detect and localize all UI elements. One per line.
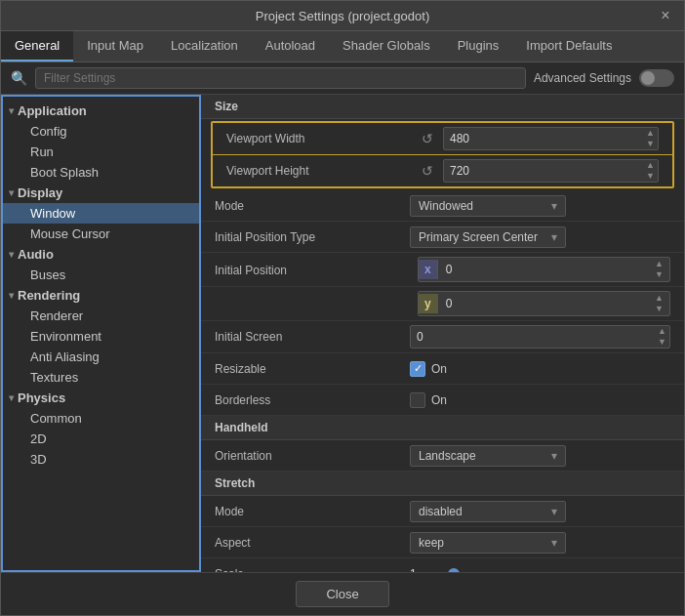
initial-position-text-label: Initial Position xyxy=(215,264,287,277)
viewport-height-input[interactable] xyxy=(444,161,643,181)
scale-row: Scale 1 xyxy=(201,558,684,572)
sidebar-item-audio[interactable]: ▾ Audio xyxy=(3,244,199,265)
sidebar-label-environment: Environment xyxy=(30,329,101,344)
stretch-mode-value-container: disabled ▾ xyxy=(410,501,670,522)
tab-plugins[interactable]: Plugins xyxy=(444,31,513,62)
stretch-mode-dropdown[interactable]: disabled ▾ xyxy=(410,501,566,522)
tab-shader-globals[interactable]: Shader Globals xyxy=(329,31,444,62)
initial-position-type-label: Initial Position Type xyxy=(215,230,410,244)
y-down-arrow[interactable]: ▼ xyxy=(652,304,666,314)
tab-localization[interactable]: Localization xyxy=(157,31,252,62)
viewport-width-value-container: ↺ ▲ ▼ xyxy=(422,127,659,150)
stretch-section-header: Stretch xyxy=(201,472,684,496)
sidebar-item-common[interactable]: Common xyxy=(3,408,199,429)
initial-screen-up[interactable]: ▲ xyxy=(655,326,669,337)
sidebar-item-environment[interactable]: Environment xyxy=(3,326,199,347)
sidebar-item-physics[interactable]: ▾ Physics xyxy=(3,388,199,408)
x-up-arrow[interactable]: ▲ xyxy=(652,259,666,269)
initial-position-type-value-container: Primary Screen Center ▾ xyxy=(410,226,670,248)
viewport-width-reset-icon[interactable]: ↺ xyxy=(422,131,433,146)
scale-slider[interactable] xyxy=(430,572,670,573)
borderless-row: Borderless On xyxy=(201,385,684,416)
viewport-height-spin-arrows: ▲ ▼ xyxy=(643,160,658,182)
check-icon: ✓ xyxy=(414,362,423,375)
tab-input-map[interactable]: Input Map xyxy=(73,31,157,62)
scale-slider-thumb[interactable] xyxy=(448,568,460,573)
sidebar-item-window[interactable]: Window xyxy=(3,203,199,224)
initial-screen-spin-arrows: ▲ ▼ xyxy=(655,326,669,348)
mode-label: Mode xyxy=(215,199,410,213)
sidebar-label-display: Display xyxy=(18,185,62,200)
resizable-value-container: ✓ On xyxy=(410,361,670,377)
sidebar-item-textures[interactable]: Textures xyxy=(3,367,199,388)
initial-position-x-input[interactable] xyxy=(438,260,649,279)
viewport-width-up-arrow[interactable]: ▲ xyxy=(643,128,658,139)
viewport-height-up-arrow[interactable]: ▲ xyxy=(643,160,658,171)
y-up-arrow[interactable]: ▲ xyxy=(652,293,666,304)
viewport-height-value-container: ↺ ▲ ▼ xyxy=(422,159,659,183)
arrow-display: ▾ xyxy=(9,187,14,198)
initial-position-y-input[interactable] xyxy=(438,294,649,313)
mode-dropdown[interactable]: Windowed ▾ xyxy=(410,195,566,217)
dialog-footer: Close xyxy=(1,572,684,615)
y-label: y xyxy=(419,294,438,313)
sidebar-item-renderer[interactable]: Renderer xyxy=(3,306,199,326)
initial-screen-value-container: ▲ ▼ xyxy=(410,325,670,349)
sidebar-item-boot-splash[interactable]: Boot Splash xyxy=(3,162,199,183)
viewport-width-spin-container: ▲ ▼ xyxy=(443,127,659,150)
advanced-settings-toggle[interactable] xyxy=(639,69,674,87)
sidebar-label-physics: Physics xyxy=(18,390,65,405)
sidebar-item-config[interactable]: Config xyxy=(3,121,199,142)
sidebar-item-2d[interactable]: 2D xyxy=(3,429,199,449)
sidebar-item-display[interactable]: ▾ Display xyxy=(3,183,199,203)
sidebar-item-mouse-cursor[interactable]: Mouse Cursor xyxy=(3,224,199,244)
borderless-checkbox[interactable] xyxy=(410,392,425,408)
sidebar-item-buses[interactable]: Buses xyxy=(3,265,199,285)
viewport-width-input[interactable] xyxy=(444,129,643,148)
sidebar-label-textures: Textures xyxy=(30,370,78,385)
tab-autoload[interactable]: Autoload xyxy=(252,31,329,62)
sidebar-label-3d: 3D xyxy=(30,452,47,467)
aspect-dropdown[interactable]: keep ▾ xyxy=(410,532,566,554)
mode-row: Mode Windowed ▾ xyxy=(201,190,684,222)
initial-screen-input[interactable] xyxy=(411,327,655,347)
sidebar-label-run: Run xyxy=(30,144,54,159)
sidebar-label-mouse-cursor: Mouse Cursor xyxy=(30,226,110,241)
borderless-value-container: On xyxy=(410,392,670,408)
resizable-checkbox[interactable]: ✓ xyxy=(410,361,425,377)
initial-position-type-value: Primary Screen Center xyxy=(419,230,538,244)
sidebar-item-rendering[interactable]: ▾ Rendering xyxy=(3,285,199,306)
borderless-checkbox-container: On xyxy=(410,392,447,408)
sidebar-label-common: Common xyxy=(30,411,82,426)
stretch-mode-value: disabled xyxy=(419,505,463,518)
window-close-button[interactable]: × xyxy=(657,7,674,24)
sidebar-item-run[interactable]: Run xyxy=(3,142,199,162)
tab-import-defaults[interactable]: Import Defaults xyxy=(512,31,625,62)
initial-position-type-arrow: ▾ xyxy=(551,230,557,244)
borderless-label: Borderless xyxy=(215,393,410,407)
main-window: Project Settings (project.godot) × Gener… xyxy=(0,0,685,616)
arrow-physics: ▾ xyxy=(9,392,14,403)
sidebar-label-2d: 2D xyxy=(30,431,47,446)
x-down-arrow[interactable]: ▼ xyxy=(652,269,666,280)
tab-general[interactable]: General xyxy=(1,31,73,62)
close-dialog-button[interactable]: Close xyxy=(296,581,388,607)
initial-screen-down[interactable]: ▼ xyxy=(655,337,669,348)
initial-position-x-spin: ▲ ▼ xyxy=(649,258,669,281)
sidebar-item-anti-aliasing[interactable]: Anti Aliasing xyxy=(3,347,199,367)
mode-value-container: Windowed ▾ xyxy=(410,195,670,217)
stretch-mode-row: Mode disabled ▾ xyxy=(201,496,684,527)
viewport-width-down-arrow[interactable]: ▼ xyxy=(643,139,658,149)
sidebar-item-application[interactable]: ▾ Application xyxy=(3,101,199,121)
initial-position-y-spin: ▲ ▼ xyxy=(649,292,669,315)
sidebar-item-3d[interactable]: 3D xyxy=(3,449,199,470)
orientation-dropdown[interactable]: Landscape ▾ xyxy=(410,445,566,467)
aspect-value: keep xyxy=(419,536,444,550)
viewport-height-label: Viewport Height xyxy=(226,164,422,178)
filter-input[interactable] xyxy=(35,67,526,89)
viewport-height-reset-icon[interactable]: ↺ xyxy=(422,163,433,179)
viewport-height-down-arrow[interactable]: ▼ xyxy=(643,171,658,182)
initial-position-type-dropdown[interactable]: Primary Screen Center ▾ xyxy=(410,226,566,248)
main-content: ▾ Application Config Run Boot Splash ▾ D… xyxy=(1,95,684,572)
arrow-audio: ▾ xyxy=(9,249,14,260)
